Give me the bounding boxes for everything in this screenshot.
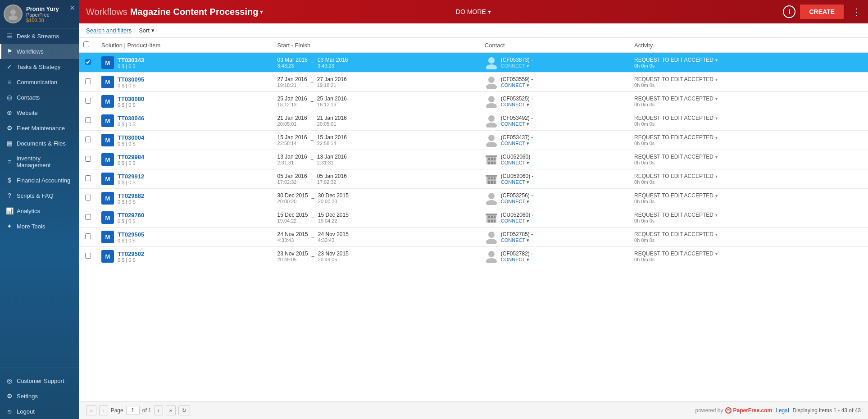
table-row[interactable]: M TT030095 0 $ | 0 $ 27 Jan 2016 19:18:2… <box>79 73 868 92</box>
item-id[interactable]: TT029912 <box>118 173 144 180</box>
connect-link[interactable]: CONNECT ▾ <box>501 141 533 146</box>
sidebar-item-contacts[interactable]: ◎ Contacts <box>0 90 79 105</box>
item-id[interactable]: TT030080 <box>118 96 144 102</box>
connect-link[interactable]: CONNECT ▾ <box>501 218 534 224</box>
connect-link[interactable]: CONNECT ▾ <box>501 121 533 127</box>
svg-point-3 <box>486 64 497 69</box>
connect-link[interactable]: CONNECT ▾ <box>501 199 533 205</box>
connect-link[interactable]: CONNECT ▾ <box>501 102 533 108</box>
activity-dropdown-icon[interactable]: ▾ <box>715 96 718 101</box>
item-id[interactable]: TT030343 <box>118 57 144 64</box>
sidebar-item-inventory[interactable]: ≡ Inventory Management <box>0 151 79 173</box>
item-id[interactable]: TT030095 <box>118 76 144 83</box>
item-id[interactable]: TT029984 <box>118 154 144 160</box>
table-row[interactable]: M TT029984 0 $ | 0 $ 13 Jan 2016 2:31:31… <box>79 150 868 169</box>
item-id[interactable]: TT029505 <box>118 231 144 238</box>
table-row[interactable]: M TT030004 0 $ | 0 $ 15 Jan 2016 22:58:1… <box>79 131 868 150</box>
row-checkbox[interactable] <box>85 175 91 181</box>
item-id[interactable]: TT030046 <box>118 115 144 122</box>
row-checkbox[interactable] <box>85 59 91 65</box>
sidebar-item-logout[interactable]: ⎋ Logout <box>0 404 79 419</box>
row-checkbox[interactable] <box>85 137 91 142</box>
sidebar-item-website[interactable]: ⊕ Website <box>0 105 79 120</box>
end-date: 30 Dec 2015 <box>318 192 349 199</box>
activity-dropdown-icon[interactable]: ▾ <box>715 58 718 63</box>
create-button[interactable]: CREATE <box>800 5 844 19</box>
item-id[interactable]: TT029882 <box>118 192 144 199</box>
svg-rect-24 <box>488 181 490 184</box>
activity-dropdown-icon[interactable]: ▾ <box>715 193 718 198</box>
more-options-icon[interactable]: ⋮ <box>852 6 861 17</box>
activity-dropdown-icon[interactable]: ▾ <box>715 213 718 218</box>
sidebar-item-workflows[interactable]: ⚑ Workflows <box>0 44 79 59</box>
first-page-button[interactable]: « <box>86 405 96 415</box>
solution-cell: M TT030343 0 $ | 0 $ <box>97 53 273 73</box>
page-input[interactable] <box>126 406 140 415</box>
prev-page-button[interactable]: ‹ <box>99 405 108 415</box>
do-more-button[interactable]: DO MORE ▾ <box>450 5 496 18</box>
activity-dropdown-icon[interactable]: ▾ <box>715 116 718 121</box>
title-dropdown-icon[interactable]: ▾ <box>260 8 263 15</box>
date-separator: _ <box>311 76 314 82</box>
search-filters-link[interactable]: Search and filters <box>86 27 132 34</box>
row-checkbox[interactable] <box>85 98 91 104</box>
sidebar-item-documents[interactable]: ▤ Documents & Files <box>0 136 79 151</box>
connect-link[interactable]: CONNECT ▾ <box>501 257 533 263</box>
row-checkbox[interactable] <box>85 117 91 123</box>
row-checkbox[interactable] <box>85 195 91 200</box>
table-row[interactable]: M TT030343 0 $ | 0 $ 03 Mar 2016 3:43:23… <box>79 53 868 73</box>
m-badge: M <box>101 114 114 127</box>
row-checkbox[interactable] <box>85 78 91 84</box>
connect-link[interactable]: CONNECT ▾ <box>501 63 533 69</box>
activity-dropdown-icon[interactable]: ▾ <box>715 135 718 140</box>
sidebar-label-inventory: Inventory Management <box>16 155 74 169</box>
activity-dropdown-icon[interactable]: ▾ <box>715 232 718 237</box>
sidebar-item-tasks-strategy[interactable]: ✓ Tasks & Strategy <box>0 59 79 74</box>
connect-link[interactable]: CONNECT ▾ <box>501 179 534 185</box>
table-row[interactable]: M TT029760 0 $ | 0 $ 15 Dec 2015 19:04:2… <box>79 208 868 228</box>
sidebar-item-fleet[interactable]: ⚙ Fleet Maintenance <box>0 120 79 136</box>
table-row[interactable]: M TT030046 0 $ | 0 $ 21 Jan 2016 20:05:0… <box>79 111 868 131</box>
connect-link[interactable]: CONNECT ▾ <box>501 237 533 243</box>
info-button[interactable]: i <box>783 5 795 18</box>
connect-link[interactable]: CONNECT ▾ <box>501 82 533 88</box>
sidebar-item-more-tools[interactable]: ✦ More Tools <box>0 219 79 234</box>
activity-dropdown-icon[interactable]: ▾ <box>715 155 718 159</box>
sidebar-item-communication[interactable]: ≡ Communication <box>0 74 79 90</box>
svg-point-29 <box>486 200 497 205</box>
item-id[interactable]: TT029760 <box>118 212 144 219</box>
activity-dropdown-icon[interactable]: ▾ <box>715 77 718 82</box>
table-row[interactable]: M TT029882 0 $ | 0 $ 30 Dec 2015 20:00:2… <box>79 189 868 208</box>
row-checkbox[interactable] <box>85 156 91 162</box>
row-checkbox[interactable] <box>85 233 91 239</box>
select-all-checkbox[interactable] <box>83 41 89 47</box>
sidebar-item-financial[interactable]: $ Financial Accounting <box>0 173 79 188</box>
next-page-button[interactable]: › <box>154 405 163 415</box>
svg-point-6 <box>488 96 495 102</box>
date-separator: _ <box>312 192 314 199</box>
row-checkbox[interactable] <box>85 214 91 220</box>
sidebar-item-desk-streams[interactable]: ☰ Desk & Streams <box>0 28 79 44</box>
sidebar-item-scripts[interactable]: ? Scripts & FAQ <box>0 188 79 203</box>
table-row[interactable]: M TT029502 0 $ | 0 $ 23 Nov 2015 20:49:0… <box>79 247 868 266</box>
item-id[interactable]: TT029502 <box>118 250 144 257</box>
table-row[interactable]: M TT030080 0 $ | 0 $ 25 Jan 2016 18:12:1… <box>79 92 868 111</box>
activity-dropdown-icon[interactable]: ▾ <box>715 174 718 179</box>
fleet-icon: ⚙ <box>6 124 13 132</box>
table-row[interactable]: M TT029912 0 $ | 0 $ 05 Jan 2016 17:02:3… <box>79 169 868 189</box>
row-checkbox[interactable] <box>85 253 91 259</box>
sidebar-item-customer-support[interactable]: ◎ Customer Support <box>0 373 79 388</box>
sidebar-item-analytics[interactable]: 📊 Analytics <box>0 203 79 219</box>
sort-chevron-icon: ▾ <box>151 27 155 34</box>
last-page-button[interactable]: » <box>166 405 176 415</box>
connect-link[interactable]: CONNECT ▾ <box>501 160 534 166</box>
close-icon[interactable]: ✕ <box>69 4 75 12</box>
legal-link[interactable]: Legal <box>776 407 789 414</box>
activity-dropdown-icon[interactable]: ▾ <box>715 251 718 256</box>
customer-support-icon: ◎ <box>6 377 13 384</box>
refresh-button[interactable]: ↻ <box>178 405 190 415</box>
table-row[interactable]: M TT029505 0 $ | 0 $ 24 Nov 2015 4:33:43… <box>79 228 868 247</box>
sidebar-item-settings[interactable]: ⚙ Settings <box>0 388 79 404</box>
item-id[interactable]: TT030004 <box>118 134 144 141</box>
sort-button[interactable]: Sort ▾ <box>139 27 155 34</box>
